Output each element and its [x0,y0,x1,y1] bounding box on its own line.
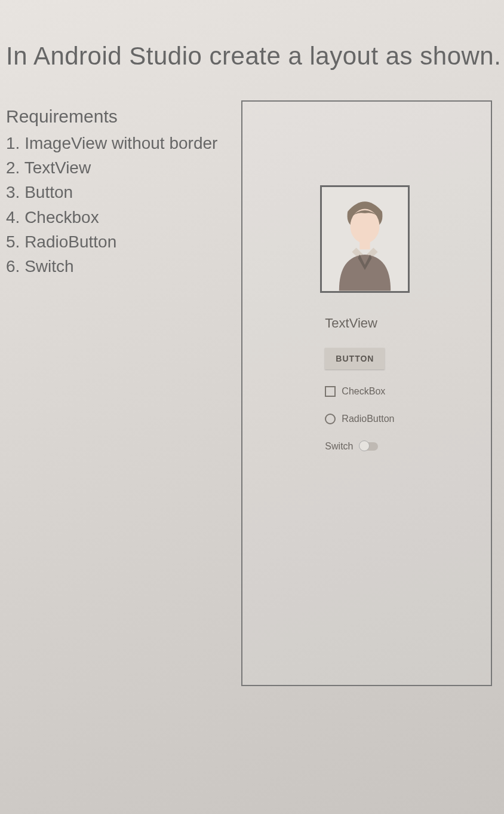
list-item: 2. TextView [6,156,217,179]
switch-thumb-icon [359,440,370,451]
person-avatar-icon [322,187,408,291]
list-item: 6. Switch [6,255,217,278]
radio-circle-icon [325,414,336,424]
list-item: 3. Button [6,180,217,204]
page-title: In Android Studio create a layout as sho… [6,42,504,71]
switch-track-icon [360,442,378,451]
radio-label: RadioButton [342,414,394,424]
switch[interactable]: Switch [325,441,378,452]
checkbox-label: CheckBox [342,386,385,397]
svg-rect-1 [360,239,370,249]
list-item: 5. RadioButton [6,230,217,253]
image-view [320,185,410,293]
requirements-heading: Requirements [6,106,217,127]
checkbox-box-icon [325,386,336,397]
list-item: 4. Checkbox [6,206,217,229]
phone-preview-frame: TextView BUTTON CheckBox RadioButton Swi… [241,100,492,686]
text-view: TextView [325,316,377,331]
list-item: 1. ImageView without border [6,131,217,155]
radio-button[interactable]: RadioButton [325,414,394,424]
switch-label: Switch [325,441,353,452]
button[interactable]: BUTTON [325,348,385,369]
requirements-list: 1. ImageView without border 2. TextView … [6,131,217,278]
checkbox[interactable]: CheckBox [325,386,385,397]
requirements-block: Requirements 1. ImageView without border… [6,106,217,279]
